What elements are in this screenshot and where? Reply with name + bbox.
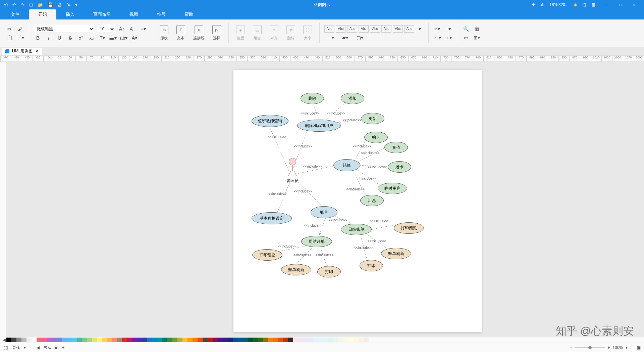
strike-icon[interactable]: S̶ — [66, 34, 74, 42]
usecase-node[interactable]: 账单刷新 — [381, 248, 411, 259]
account-label[interactable]: 1815320... — [549, 2, 569, 7]
usecase-node[interactable]: 账单刷新 — [281, 264, 311, 275]
font-increase-icon[interactable]: A↑ — [118, 25, 126, 33]
pages-icon[interactable]: ▯▯ — [3, 345, 8, 350]
color-swatch[interactable] — [172, 338, 177, 342]
template-icon[interactable]: ⬚ — [582, 2, 586, 7]
color-swatch[interactable] — [132, 338, 137, 342]
color-swatch[interactable] — [343, 338, 348, 342]
conn-style-icon[interactable]: ○▾ — [433, 25, 441, 33]
style-preset[interactable]: Abc — [370, 25, 380, 33]
usecase-node[interactable]: 临时用户 — [378, 183, 407, 194]
color-swatch[interactable] — [37, 338, 42, 342]
color-swatch[interactable] — [268, 338, 273, 342]
color-swatch[interactable] — [187, 338, 193, 342]
usecase-node[interactable]: 打印 — [317, 266, 341, 277]
fill-icon[interactable]: ▰▾ — [339, 34, 351, 41]
italic-icon[interactable]: I — [45, 34, 53, 42]
color-swatch[interactable] — [198, 338, 203, 342]
color-swatch[interactable] — [157, 338, 162, 342]
usecase-node[interactable]: 打印预览 — [394, 222, 424, 234]
menu-file[interactable]: 文件 — [1, 9, 29, 19]
usecase-node[interactable]: 结账 — [333, 159, 360, 171]
search-shape-icon[interactable]: 🔍 — [462, 25, 470, 33]
open-icon[interactable]: 📁 — [38, 2, 43, 7]
menu-symbol[interactable]: 符号 — [148, 9, 175, 19]
usecase-node[interactable]: 日结账单 — [341, 224, 372, 235]
color-swatch[interactable] — [278, 338, 283, 342]
share-icon[interactable]: ⋔ — [541, 2, 544, 7]
print-icon[interactable]: 🖨 — [58, 2, 62, 7]
usecase-node[interactable]: 值班教师查询 — [252, 115, 288, 127]
arrow-end-icon[interactable]: →▾ — [444, 34, 452, 41]
color-swatch[interactable] — [308, 338, 313, 342]
color-swatch[interactable] — [293, 338, 298, 342]
menu-help[interactable]: 帮助 — [175, 9, 203, 19]
crown-icon[interactable]: ◆ — [574, 2, 577, 7]
copy-icon[interactable]: 📋 — [5, 34, 13, 41]
align-icon[interactable]: ≡▾ — [139, 25, 147, 33]
usecase-node[interactable]: 删除 — [301, 93, 324, 104]
close-icon[interactable]: ✕ — [627, 2, 641, 7]
style-preset[interactable]: Abc — [336, 25, 346, 33]
color-swatch[interactable] — [193, 338, 198, 342]
color-swatch[interactable] — [283, 338, 288, 342]
usecase-node[interactable]: 周结账单 — [301, 236, 332, 247]
usecase-node[interactable]: 购卡 — [364, 132, 388, 143]
color-swatch[interactable] — [248, 338, 253, 342]
conn-type-icon[interactable]: ⌐▾ — [444, 25, 452, 33]
style-preset[interactable]: Abc — [324, 25, 334, 33]
send-icon[interactable]: ✈ — [532, 2, 535, 7]
minimize-icon[interactable]: — — [600, 2, 614, 7]
color-swatch[interactable] — [82, 338, 87, 342]
color-swatch[interactable] — [26, 338, 32, 342]
color-swatch[interactable] — [77, 338, 82, 342]
more-icon[interactable]: ▾ — [75, 2, 77, 7]
color-swatch[interactable] — [263, 338, 268, 342]
highlight-icon[interactable]: ▬▾ — [109, 34, 117, 42]
color-swatch[interactable] — [177, 338, 182, 342]
color-swatch[interactable] — [338, 338, 343, 342]
color-swatch[interactable] — [62, 338, 67, 342]
color-swatch[interactable] — [112, 338, 117, 342]
undo-icon[interactable]: ↶ — [12, 2, 16, 7]
color-swatch[interactable] — [57, 338, 62, 342]
usecase-node[interactable]: 充值 — [384, 142, 408, 153]
maximize-icon[interactable]: □ — [614, 2, 627, 7]
connector-tool[interactable]: ↯连接线 — [191, 24, 207, 42]
color-swatch[interactable] — [228, 338, 233, 342]
color-swatch[interactable] — [122, 338, 127, 342]
save-icon[interactable]: 💾 — [48, 2, 53, 7]
font-select[interactable]: 微软雅黑 — [34, 25, 94, 33]
color-prev-icon[interactable]: ◀ — [2, 338, 6, 342]
color-swatch[interactable] — [303, 338, 308, 342]
color-swatch[interactable] — [238, 338, 243, 342]
page[interactable]: 删除 添加 更新 值班教师查询 删除和添加用户 购卡 充值 结账 退卡 临时用户… — [233, 70, 482, 332]
font-decrease-icon[interactable]: A↓ — [128, 25, 137, 33]
color-swatch[interactable] — [32, 338, 37, 342]
text-color-icon[interactable]: T▾ — [98, 34, 106, 42]
new-icon[interactable]: ⊞ — [29, 2, 33, 7]
page-tab[interactable]: 页-1 — [44, 345, 51, 350]
select-tool[interactable]: ▷选择 — [210, 24, 224, 42]
color-swatch[interactable] — [223, 338, 228, 342]
color-swatch[interactable] — [72, 338, 77, 342]
color-swatch[interactable] — [117, 338, 122, 342]
color-swatch[interactable] — [167, 338, 172, 342]
arrow-start-icon[interactable]: ←▾ — [433, 34, 441, 41]
color-swatch[interactable] — [203, 338, 208, 342]
superscript-icon[interactable]: x² — [77, 34, 85, 42]
line-style-icon[interactable]: —▾ — [324, 34, 336, 41]
color-swatch[interactable] — [107, 338, 112, 342]
color-swatch[interactable] — [67, 338, 72, 342]
bold-icon[interactable]: B — [34, 34, 42, 42]
usecase-node[interactable]: 更新 — [361, 113, 384, 124]
menu-view[interactable]: 视图 — [120, 9, 148, 19]
color-swatch[interactable] — [42, 338, 47, 342]
color-swatch[interactable] — [137, 338, 142, 342]
color-swatch[interactable] — [152, 338, 157, 342]
format-painter-icon[interactable]: 🖌 — [16, 25, 24, 33]
actor[interactable]: 管理员 — [286, 158, 299, 184]
color-swatch[interactable] — [213, 338, 218, 342]
style-preset[interactable]: Abc — [404, 25, 414, 33]
